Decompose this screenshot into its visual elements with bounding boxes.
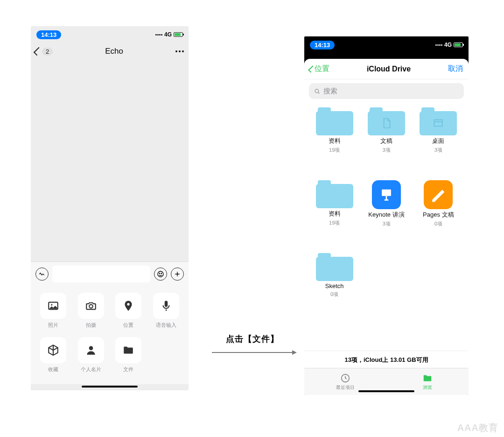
cube-icon (40, 337, 66, 363)
status-right: 4G (435, 42, 463, 48)
file-name: Pages 文稿 (423, 211, 454, 219)
folder-item[interactable]: 桌面 3项 (415, 106, 462, 178)
file-meta: 0项 (434, 220, 442, 227)
svg-point-2 (161, 273, 161, 274)
attach-contact[interactable]: 个人名片 (72, 337, 110, 373)
search-row: 搜索 (304, 79, 469, 104)
signal-icon (155, 34, 162, 35)
keynote-icon (372, 180, 401, 209)
voice-toggle-icon[interactable] (35, 268, 49, 281)
back-button[interactable]: 2 (35, 48, 53, 56)
chevron-left-icon (34, 47, 42, 56)
attach-favorite[interactable]: 收藏 (35, 337, 72, 373)
folder-icon (368, 107, 405, 135)
folder-icon (420, 107, 457, 135)
attach-photo[interactable]: 照片 (35, 293, 72, 329)
file-name: Keynote 讲演 (368, 211, 404, 219)
home-indicator (358, 390, 414, 392)
attach-label: 收藏 (48, 366, 58, 373)
app-keynote-item[interactable]: Keynote 讲演 3项 (363, 178, 410, 251)
file-meta: 3项 (434, 147, 442, 154)
status-bar: 14:13 4G (304, 36, 469, 51)
storage-summary: 13项，iCloud上 13.01 GB可用 (304, 351, 469, 368)
attach-panel: 照片 拍摄 位置 语音输入 收藏 (31, 286, 189, 384)
home-indicator (82, 386, 138, 388)
status-time: 14:13 (36, 30, 61, 39)
chat-body (31, 62, 189, 261)
file-name: 文稿 (380, 137, 392, 145)
file-name: 资料 (329, 210, 341, 218)
sheet-back-button[interactable]: 位置 (310, 64, 329, 74)
svg-point-8 (315, 89, 319, 93)
attach-label: 语音输入 (156, 322, 176, 329)
file-meta: 0项 (330, 291, 338, 298)
attach-voice[interactable]: 语音输入 (147, 293, 185, 329)
sheet-back-label: 位置 (315, 64, 329, 74)
svg-point-1 (159, 273, 160, 274)
app-pages-item[interactable]: Pages 文稿 0项 (415, 178, 462, 251)
file-name: 桌面 (432, 137, 444, 145)
file-name: Sketch (325, 282, 344, 289)
pages-icon (424, 180, 453, 209)
signal-icon (435, 44, 442, 46)
sheet-nav: 位置 iCloud Drive 取消 (304, 59, 469, 79)
unread-badge: 2 (42, 48, 53, 56)
battery-icon (454, 42, 463, 47)
folder-item[interactable]: 资料 19项 (311, 106, 358, 178)
file-meta: 3项 (382, 220, 390, 227)
attach-label: 照片 (48, 322, 58, 329)
file-name: 资料 (329, 137, 341, 145)
folder-icon (316, 253, 353, 281)
attach-label: 拍摄 (86, 322, 96, 329)
mic-icon (153, 293, 179, 319)
input-bar (31, 261, 189, 286)
file-meta: 3项 (382, 147, 390, 154)
camera-icon (78, 293, 104, 319)
network-label: 4G (164, 31, 172, 38)
attach-location[interactable]: 位置 (110, 293, 147, 329)
folder-item[interactable]: 文稿 3项 (363, 106, 410, 178)
svg-point-6 (127, 303, 130, 305)
folder-icon (316, 107, 353, 135)
svg-point-7 (89, 346, 93, 350)
search-icon (314, 88, 321, 95)
file-picker-sheet: 位置 iCloud Drive 取消 搜索 资料 19项 文稿 3项 (304, 59, 469, 395)
folder-item[interactable]: 资料 19项 (311, 178, 358, 251)
tab-label: 最近项目 (336, 384, 355, 391)
photo-icon (40, 293, 66, 319)
arrow-icon (212, 352, 296, 353)
svg-rect-9 (434, 120, 442, 126)
left-phone-frame: 14:13 4G 2 Echo 照片 (31, 26, 189, 390)
status-right: 4G (155, 31, 183, 38)
status-bar: 14:13 4G (31, 26, 189, 41)
emoji-icon[interactable] (154, 268, 167, 281)
svg-rect-10 (382, 190, 391, 196)
person-icon (78, 337, 104, 363)
svg-point-5 (89, 304, 93, 308)
folder-item[interactable]: Sketch 0项 (311, 251, 358, 324)
file-grid: 资料 19项 文稿 3项 桌面 3项 资料 19项 (304, 104, 469, 351)
folder-icon (316, 180, 353, 208)
sheet-title: iCloud Drive (367, 65, 411, 73)
clock-icon (340, 373, 350, 383)
svg-point-0 (158, 271, 163, 277)
attach-label: 位置 (123, 322, 133, 329)
attach-camera[interactable]: 拍摄 (72, 293, 110, 329)
sheet-cancel-button[interactable]: 取消 (448, 64, 463, 74)
chat-title: Echo (105, 47, 123, 56)
file-meta: 19项 (329, 147, 340, 154)
folder-icon (422, 373, 433, 383)
status-time: 14:13 (310, 41, 335, 49)
battery-icon (174, 32, 183, 37)
search-input[interactable]: 搜索 (309, 83, 464, 99)
svg-point-4 (51, 304, 52, 305)
message-input[interactable] (52, 266, 150, 282)
more-button[interactable] (175, 50, 184, 52)
tab-label: 浏览 (423, 384, 432, 391)
plus-icon[interactable] (171, 268, 184, 281)
location-icon (115, 293, 141, 319)
attach-file[interactable]: 文件 (110, 337, 147, 373)
step-caption: 点击【文件】 (226, 333, 279, 345)
folder-icon (115, 337, 141, 363)
search-placeholder: 搜索 (323, 87, 337, 96)
